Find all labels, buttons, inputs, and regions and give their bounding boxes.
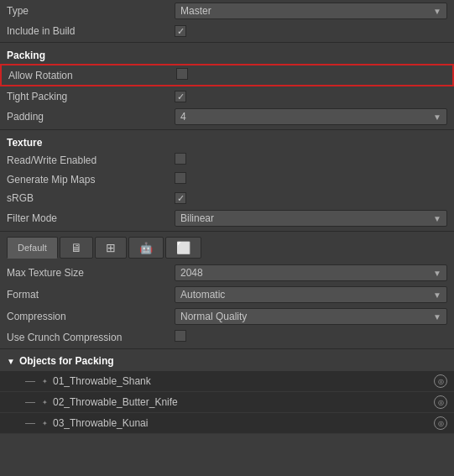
max-texture-label: Max Texture Size (7, 267, 175, 279)
padding-dropdown-arrow: ▼ (433, 112, 441, 122)
allow-rotation-value (176, 68, 446, 82)
tab-windows[interactable]: ⊞ (95, 237, 127, 259)
generate-mip-row: Generate Mip Maps (0, 170, 454, 189)
include-in-build-label: Include in Build (7, 25, 175, 37)
object-item-1-left: — ✦ 02_Throwable_Butter_Knife (25, 396, 178, 408)
allow-rotation-label: Allow Rotation (8, 70, 176, 81)
texture-header: Texture (0, 132, 454, 150)
max-texture-value[interactable]: 2048 ▼ (175, 264, 447, 281)
tablet-icon: ⬜ (176, 241, 190, 254)
srgb-checkbox[interactable] (175, 192, 186, 204)
tab-android[interactable]: 🤖 (128, 237, 164, 259)
target-icon-2[interactable]: ◎ (434, 416, 447, 430)
divider-4 (0, 348, 454, 349)
objects-list: — ✦ 01_Throwable_Shank ◎ — ✦ 02_Throwabl… (0, 371, 454, 434)
srgb-row: sRGB (0, 189, 454, 207)
srgb-label: sRGB (7, 192, 175, 204)
windows-icon: ⊞ (106, 241, 116, 254)
tight-packing-checkbox[interactable] (175, 91, 186, 102)
format-row: Format Automatic ▼ (0, 284, 454, 306)
filter-mode-row: Filter Mode Bilinear ▼ (0, 207, 454, 229)
object-dash-2: — (25, 417, 35, 429)
max-texture-dropdown-arrow: ▼ (433, 269, 441, 278)
compression-row: Compression Normal Quality ▼ (0, 306, 454, 327)
tab-monitor[interactable]: 🖥 (60, 237, 93, 259)
android-icon: 🤖 (139, 242, 153, 254)
format-label: Format (7, 289, 175, 301)
divider-3 (0, 231, 454, 232)
object-item-1[interactable]: — ✦ 02_Throwable_Butter_Knife ◎ (0, 392, 454, 413)
compression-value[interactable]: Normal Quality ▼ (175, 308, 447, 325)
use-crunch-row: Use Crunch Compression (0, 327, 454, 347)
packing-header: Packing (0, 44, 454, 63)
collapse-arrow-icon[interactable]: ▼ (7, 357, 15, 366)
compression-dropdown-arrow: ▼ (433, 312, 441, 322)
divider-1 (0, 42, 454, 43)
object-dot-0: ✦ (42, 378, 48, 385)
target-icon-1[interactable]: ◎ (434, 395, 447, 409)
object-dash-0: — (25, 375, 35, 387)
platform-tabs: Default 🖥 ⊞ 🤖 ⬜ (0, 233, 454, 262)
max-texture-row: Max Texture Size 2048 ▼ (0, 262, 454, 284)
format-dropdown-value: Automatic (180, 289, 225, 301)
filter-mode-dropdown[interactable]: Bilinear ▼ (175, 210, 447, 227)
tight-packing-value (175, 91, 447, 103)
target-icon-0[interactable]: ◎ (434, 374, 447, 388)
format-dropdown[interactable]: Automatic ▼ (175, 286, 447, 303)
read-write-label: Read/Write Enabled (7, 154, 175, 166)
object-name-0: 01_Throwable_Shank (53, 375, 151, 387)
padding-value[interactable]: 4 ▼ (175, 108, 447, 125)
allow-rotation-checkbox[interactable] (176, 68, 188, 80)
object-name-2: 03_Throwable_Kunai (53, 417, 148, 429)
object-item-0[interactable]: — ✦ 01_Throwable_Shank ◎ (0, 371, 454, 392)
padding-dropdown-value: 4 (180, 111, 186, 123)
padding-dropdown[interactable]: 4 ▼ (175, 108, 447, 125)
objects-header: ▼ Objects for Packing (0, 351, 454, 371)
type-dropdown[interactable]: Master ▼ (175, 3, 447, 19)
use-crunch-value (175, 330, 447, 344)
padding-label: Padding (7, 111, 175, 123)
object-dash-1: — (25, 396, 35, 408)
format-dropdown-arrow: ▼ (433, 290, 441, 300)
object-dot-2: ✦ (42, 420, 48, 427)
generate-mip-checkbox[interactable] (175, 172, 186, 184)
read-write-row: Read/Write Enabled (0, 150, 454, 170)
object-name-1: 02_Throwable_Butter_Knife (53, 396, 178, 408)
object-item-2[interactable]: — ✦ 03_Throwable_Kunai ◎ (0, 413, 454, 434)
include-in-build-checkbox[interactable] (175, 25, 186, 37)
settings-panel: Type Master ▼ Include in Build Packing A… (0, 0, 454, 434)
generate-mip-value (175, 172, 447, 186)
objects-header-label: Objects for Packing (19, 355, 114, 367)
filter-mode-dropdown-value: Bilinear (180, 212, 214, 224)
object-item-0-left: — ✦ 01_Throwable_Shank (25, 375, 151, 387)
padding-row: Padding 4 ▼ (0, 106, 454, 128)
srgb-value (175, 192, 447, 205)
filter-mode-dropdown-arrow: ▼ (433, 214, 441, 223)
tight-packing-label: Tight Packing (7, 91, 175, 102)
tight-packing-row: Tight Packing (0, 87, 454, 106)
filter-mode-value[interactable]: Bilinear ▼ (175, 210, 447, 227)
use-crunch-checkbox[interactable] (175, 330, 186, 342)
type-dropdown-value: Master (180, 5, 211, 17)
include-in-build-row: Include in Build (0, 22, 454, 40)
read-write-value (175, 153, 447, 167)
allow-rotation-row: Allow Rotation (0, 64, 454, 86)
object-dot-1: ✦ (42, 399, 48, 406)
object-item-2-left: — ✦ 03_Throwable_Kunai (25, 417, 148, 429)
filter-mode-label: Filter Mode (7, 212, 175, 224)
type-row: Type Master ▼ (0, 0, 454, 22)
max-texture-dropdown-value: 2048 (180, 267, 203, 279)
generate-mip-label: Generate Mip Maps (7, 174, 175, 186)
type-value[interactable]: Master ▼ (175, 3, 447, 19)
monitor-icon: 🖥 (70, 241, 82, 254)
max-texture-dropdown[interactable]: 2048 ▼ (175, 264, 447, 281)
format-value[interactable]: Automatic ▼ (175, 286, 447, 303)
tab-default[interactable]: Default (7, 237, 58, 259)
type-dropdown-arrow: ▼ (433, 7, 441, 16)
compression-dropdown[interactable]: Normal Quality ▼ (175, 308, 447, 325)
read-write-checkbox[interactable] (175, 153, 186, 165)
type-label: Type (7, 5, 175, 17)
include-in-build-value (175, 25, 447, 38)
tab-default-label: Default (18, 243, 47, 253)
tab-tablet[interactable]: ⬜ (165, 237, 201, 259)
